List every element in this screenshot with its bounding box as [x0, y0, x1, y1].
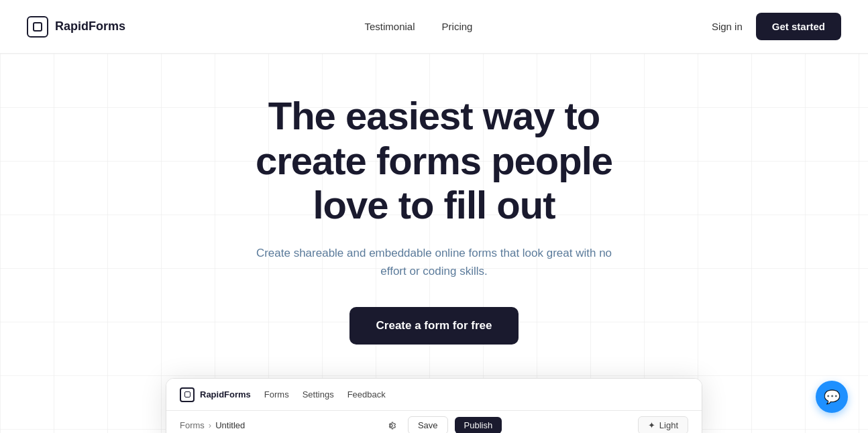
- nav-pricing[interactable]: Pricing: [442, 21, 473, 32]
- app-logo-icon-small: [180, 387, 195, 402]
- get-started-button[interactable]: Get started: [756, 13, 841, 40]
- settings-icon-btn[interactable]: [381, 416, 401, 433]
- theme-label: Light: [659, 420, 678, 430]
- theme-toggle[interactable]: ✦ Light: [638, 416, 688, 433]
- app-toolbar-right: ✦ Light: [638, 416, 688, 433]
- logo-icon-inner: [33, 22, 42, 32]
- save-button[interactable]: Save: [408, 416, 448, 433]
- logo-text: RapidForms: [55, 19, 125, 34]
- nav-links: Testimonial Pricing: [365, 21, 473, 32]
- app-nav-settings[interactable]: Settings: [303, 389, 334, 399]
- app-toolbar: Forms › Untitled Save Publish: [166, 411, 702, 433]
- chat-icon: 💬: [824, 389, 840, 405]
- navbar-actions: Sign in Get started: [712, 13, 841, 40]
- logo-icon: [27, 16, 48, 38]
- breadcrumb-root: Forms: [180, 420, 205, 430]
- sign-in-link[interactable]: Sign in: [712, 21, 743, 32]
- app-breadcrumb: Forms › Untitled: [180, 420, 245, 430]
- app-logo-small: RapidForms: [180, 387, 251, 402]
- chat-bubble[interactable]: 💬: [816, 381, 848, 413]
- publish-button[interactable]: Publish: [455, 417, 502, 433]
- logo[interactable]: RapidForms: [27, 16, 125, 38]
- sun-icon: ✦: [648, 420, 655, 430]
- nav-testimonial[interactable]: Testimonial: [365, 21, 415, 32]
- hero-content: The easiest way to create forms people l…: [246, 94, 622, 345]
- app-logo-text: RapidForms: [200, 389, 251, 399]
- hero-title: The easiest way to create forms people l…: [246, 94, 622, 228]
- app-logo-icon-inner-small: [184, 391, 191, 397]
- navbar: RapidForms Testimonial Pricing Sign in G…: [0, 0, 868, 54]
- breadcrumb-current: Untitled: [215, 420, 245, 430]
- hero-section: The easiest way to create forms people l…: [0, 54, 868, 433]
- app-nav-feedback[interactable]: Feedback: [347, 389, 386, 399]
- app-preview: RapidForms Forms Settings Feedback Forms…: [166, 378, 702, 433]
- app-toolbar-actions: Save Publish: [381, 416, 502, 433]
- cta-button[interactable]: Create a form for free: [349, 307, 519, 345]
- app-nav-forms[interactable]: Forms: [264, 389, 289, 399]
- gear-icon: [386, 420, 396, 431]
- app-bar: RapidForms Forms Settings Feedback: [166, 379, 702, 411]
- breadcrumb-separator: ›: [209, 420, 211, 430]
- hero-subtitle: Create shareable and embeddable online f…: [246, 244, 622, 280]
